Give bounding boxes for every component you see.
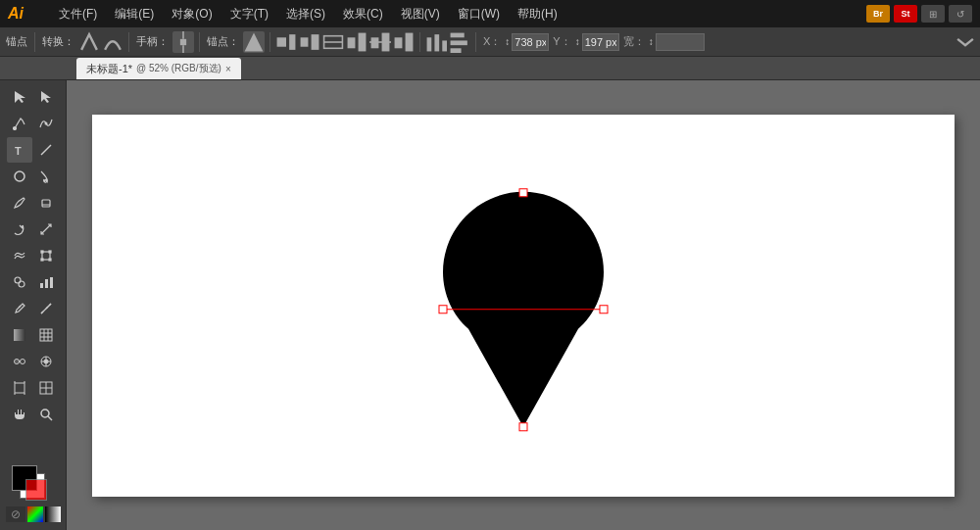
- x-value[interactable]: [512, 33, 549, 51]
- y-label: Y：: [553, 34, 570, 49]
- selection-tool[interactable]: [7, 84, 32, 110]
- anchor-left: [439, 305, 447, 313]
- artboard: [92, 115, 955, 497]
- shape-builder-tool[interactable]: [7, 269, 32, 295]
- align-btn-5[interactable]: [369, 31, 391, 53]
- y-value[interactable]: [582, 33, 619, 51]
- svg-rect-34: [49, 251, 51, 253]
- svg-marker-24: [41, 91, 51, 103]
- svg-rect-16: [406, 32, 414, 51]
- curvature-tool[interactable]: [33, 111, 59, 136]
- hand-tool[interactable]: [7, 402, 32, 427]
- shape-container: [425, 181, 621, 439]
- none-icon[interactable]: ⊘: [6, 506, 25, 522]
- menu-help[interactable]: 帮助(H): [510, 4, 565, 24]
- sep4: [270, 32, 270, 52]
- align-btn-4[interactable]: [346, 31, 368, 53]
- menu-window[interactable]: 窗口(W): [450, 4, 508, 24]
- chart-bar[interactable]: [449, 31, 470, 53]
- more-btn[interactable]: [955, 31, 976, 53]
- sep2: [128, 32, 129, 52]
- tool-row-10: [0, 322, 66, 348]
- scale-tool[interactable]: [33, 217, 59, 242]
- menu-file[interactable]: 文件(F): [51, 4, 105, 24]
- color-mode-icon[interactable]: [27, 506, 43, 522]
- pencil-tool[interactable]: [7, 190, 32, 216]
- svg-rect-41: [50, 277, 53, 288]
- document-tab[interactable]: 未标题-1* @ 52% (RGB/预选) ×: [76, 58, 241, 79]
- bridge-icon[interactable]: Br: [866, 5, 890, 23]
- grid-icon[interactable]: ⊞: [921, 5, 945, 23]
- tool-row-3: T: [0, 137, 66, 163]
- type-tool[interactable]: T: [7, 137, 32, 163]
- menu-type[interactable]: 文字(T): [222, 4, 276, 24]
- measure-tool[interactable]: [33, 296, 59, 321]
- stroke-swatch[interactable]: [25, 479, 47, 501]
- svg-rect-48: [40, 329, 52, 341]
- pen-tool[interactable]: [7, 111, 32, 136]
- svg-point-54: [21, 360, 25, 364]
- svg-point-25: [14, 127, 17, 130]
- zoom-tool[interactable]: [33, 402, 59, 427]
- svg-rect-30: [42, 200, 50, 207]
- gradient-tool[interactable]: [7, 322, 32, 348]
- symbol-tool[interactable]: [33, 349, 59, 374]
- eyedropper-tool[interactable]: [7, 296, 32, 321]
- mesh-tool[interactable]: [33, 322, 59, 348]
- artboard-tool[interactable]: [7, 375, 32, 401]
- eraser-tool[interactable]: [33, 190, 59, 216]
- slice-tool[interactable]: [33, 375, 59, 401]
- tool-row-13: [0, 402, 66, 427]
- svg-rect-19: [442, 40, 447, 51]
- svg-line-45: [46, 307, 48, 309]
- paintbrush-tool[interactable]: [33, 164, 59, 189]
- svg-marker-3: [245, 32, 264, 51]
- chart-tool[interactable]: [33, 269, 59, 295]
- menu-edit[interactable]: 编辑(E): [107, 4, 162, 24]
- rotate-tool[interactable]: [7, 217, 32, 242]
- gradient-swatch-icon[interactable]: [45, 506, 61, 522]
- free-transform-tool[interactable]: [33, 243, 59, 268]
- canvas-area[interactable]: [67, 80, 980, 530]
- line-tool[interactable]: [33, 137, 59, 163]
- ellipse-tool[interactable]: [7, 164, 32, 189]
- tool-row-4: [0, 164, 66, 189]
- menu-select[interactable]: 选择(S): [278, 4, 333, 24]
- tool-row-11: [0, 349, 66, 374]
- align-btn-1[interactable]: [275, 31, 297, 53]
- sync-icon[interactable]: ↺: [949, 5, 972, 23]
- svg-line-28: [41, 145, 51, 155]
- svg-rect-11: [359, 32, 367, 51]
- svg-line-44: [41, 312, 43, 313]
- warp-tool[interactable]: [7, 243, 32, 268]
- svg-rect-0: [180, 38, 186, 44]
- svg-rect-4: [277, 37, 286, 46]
- map-pin-shape[interactable]: [425, 181, 621, 436]
- align-btn-3[interactable]: [322, 31, 344, 53]
- svg-rect-21: [451, 40, 467, 45]
- stock-icon[interactable]: St: [894, 5, 917, 23]
- sep3: [199, 32, 200, 52]
- convert-tool-2[interactable]: [102, 31, 123, 53]
- menu-effect[interactable]: 效果(C): [335, 4, 391, 24]
- menu-view[interactable]: 视图(V): [393, 4, 448, 24]
- direct-selection-tool[interactable]: [33, 84, 59, 110]
- align-btn-2[interactable]: [299, 31, 320, 53]
- tool-row-7: [0, 243, 66, 268]
- svg-point-53: [15, 360, 20, 364]
- convert-tool-1[interactable]: [78, 31, 100, 53]
- blend-tool[interactable]: [7, 349, 32, 374]
- tab-close-btn[interactable]: ×: [225, 64, 231, 74]
- tool-row-8: [0, 269, 66, 295]
- tab-label: 未标题-1*: [86, 62, 132, 76]
- align-btn-6[interactable]: [393, 31, 415, 53]
- tool-row-2: [0, 111, 66, 136]
- chart-col[interactable]: [425, 31, 447, 53]
- width-value[interactable]: [656, 33, 705, 51]
- bottom-icons: ⊘: [6, 506, 61, 522]
- svg-rect-5: [289, 34, 295, 50]
- corner-tool[interactable]: [243, 31, 265, 53]
- menu-object[interactable]: 对象(O): [164, 4, 220, 24]
- handle-tool-1[interactable]: [172, 31, 194, 53]
- sep5: [419, 32, 420, 52]
